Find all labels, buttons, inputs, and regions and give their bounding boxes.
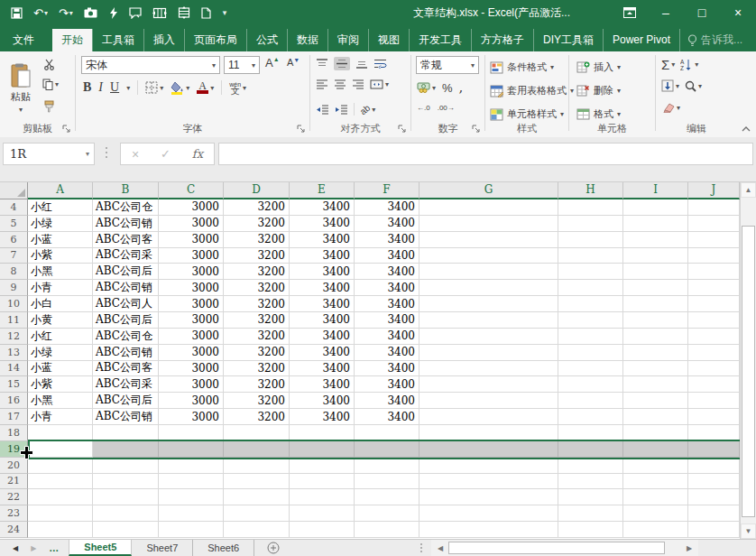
column-header-J[interactable]: J [688,182,740,199]
cell-J10[interactable] [688,296,740,312]
cell-C6[interactable]: 3000 [159,232,224,248]
cell-F17[interactable]: 3400 [355,409,419,425]
cell-D15[interactable]: 3200 [224,376,290,393]
insert-cells-button[interactable]: 插入▾ [576,58,621,77]
scroll-right-icon[interactable]: ▶ [682,541,696,555]
cell-F13[interactable]: 3400 [355,345,419,361]
cell-J9[interactable] [688,280,740,296]
column-header-H[interactable]: H [558,182,623,199]
number-dialog-launcher-icon[interactable] [472,125,482,134]
decrease-indent-button[interactable] [316,105,329,115]
cell-J13[interactable] [688,345,740,361]
undo-button[interactable]: ↶▾ [28,2,53,23]
cell-F9[interactable]: 3400 [355,280,419,296]
cell-H21[interactable] [558,474,623,490]
sort-filter-button[interactable]: AZ ▾ [680,59,698,70]
grow-font-button[interactable]: A▲ [265,56,280,70]
cell-G9[interactable] [419,280,558,296]
cell-E20[interactable] [290,458,355,474]
cell-C20[interactable] [159,458,224,474]
cell-C21[interactable] [159,474,224,490]
cell-J16[interactable] [688,393,740,409]
scroll-left-icon[interactable]: ◀ [433,541,447,555]
clear-button[interactable]: ▾ [661,103,680,113]
cell-I23[interactable] [623,505,688,522]
cell-B21[interactable] [93,474,159,490]
merge-center-button[interactable]: ▾ [370,79,389,89]
cell-I12[interactable] [623,329,688,345]
cell-G8[interactable] [419,264,558,280]
copy-button[interactable]: ▾ [42,79,59,90]
cell-H13[interactable] [558,345,623,361]
ribbon-tab-10[interactable]: 方方格子 [471,29,533,51]
column-header-G[interactable]: G [419,182,558,199]
cell-J7[interactable] [688,248,740,264]
cell-A9[interactable]: 小青 [28,280,93,296]
ribbon-tab-2[interactable]: 工具箱 [92,29,143,51]
cell-J17[interactable] [688,409,740,425]
cell-B23[interactable] [93,505,159,522]
row-header-21[interactable]: 21 [0,474,28,490]
row-header-18[interactable]: 18 [0,425,28,441]
bold-button[interactable]: B [83,80,91,95]
cell-E10[interactable]: 3400 [290,296,355,312]
ribbon-tab-5[interactable]: 公式 [246,29,287,51]
cell-B14[interactable]: ABC公司客 [93,361,159,377]
ribbon-tab-7[interactable]: 审阅 [327,29,368,51]
cell-J12[interactable] [688,329,740,345]
row-header-24[interactable]: 24 [0,522,28,538]
camera-icon[interactable] [78,2,103,23]
cell-D20[interactable] [224,458,290,474]
ribbon-tab-12[interactable]: Power Pivot [603,29,679,51]
cell-C9[interactable]: 3000 [159,280,224,296]
cell-D8[interactable]: 3200 [224,264,290,280]
cell-C5[interactable]: 3000 [159,216,224,232]
align-right-button[interactable] [352,79,364,89]
cell-I16[interactable] [623,393,688,409]
cell-H17[interactable] [558,409,623,425]
cell-I11[interactable] [623,312,688,329]
cell-H15[interactable] [558,376,623,393]
cell-D5[interactable]: 3200 [224,216,290,232]
cell-D7[interactable]: 3200 [224,248,290,264]
cell-B19[interactable] [93,441,159,458]
cell-H5[interactable] [558,216,623,232]
row-header-15[interactable]: 15 [0,376,28,393]
column-width-icon[interactable] [147,2,172,23]
cell-B15[interactable]: ABC公司采 [93,376,159,393]
cell-G22[interactable] [419,489,558,505]
cell-J18[interactable] [688,425,740,441]
cell-I5[interactable] [623,216,688,232]
cell-J22[interactable] [688,489,740,505]
autosum-button[interactable]: Σ▾ [661,57,675,72]
cell-I7[interactable] [623,248,688,264]
cell-B12[interactable]: ABC公司仓 [93,329,159,345]
cell-J11[interactable] [688,312,740,329]
enter-icon[interactable]: ✓ [161,147,171,161]
paste-button[interactable]: 粘贴 ▾ [3,54,39,123]
cell-C17[interactable]: 3000 [159,409,224,425]
ribbon-tab-3[interactable]: 插入 [143,29,184,51]
cell-H23[interactable] [558,505,623,522]
cell-D19[interactable] [224,441,290,458]
cell-F6[interactable]: 3400 [355,232,419,248]
cell-E19[interactable] [290,441,355,458]
font-color-button[interactable]: A ▾ [197,81,214,94]
cell-E4[interactable]: 3400 [290,199,355,216]
cell-C4[interactable]: 3000 [159,199,224,216]
phonetic-guide-button[interactable]: wén 文 ▾ [229,81,246,94]
horizontal-scrollbar[interactable]: ◀ ▶ [431,540,698,556]
cell-B17[interactable]: ABC公司销 [93,409,159,425]
ribbon-tab-6[interactable]: 数据 [287,29,327,51]
close-button[interactable]: × [720,0,756,25]
cell-B6[interactable]: ABC公司客 [93,232,159,248]
cell-F14[interactable]: 3400 [355,361,419,377]
cell-E12[interactable]: 3400 [290,329,355,345]
cell-B9[interactable]: ABC公司销 [93,280,159,296]
cell-F4[interactable]: 3400 [355,199,419,216]
row-header-6[interactable]: 6 [0,232,28,248]
maximize-button[interactable]: □ [684,0,720,25]
collapse-ribbon-icon[interactable] [742,126,751,132]
column-header-F[interactable]: F [355,182,419,199]
column-header-A[interactable]: A [28,182,93,199]
